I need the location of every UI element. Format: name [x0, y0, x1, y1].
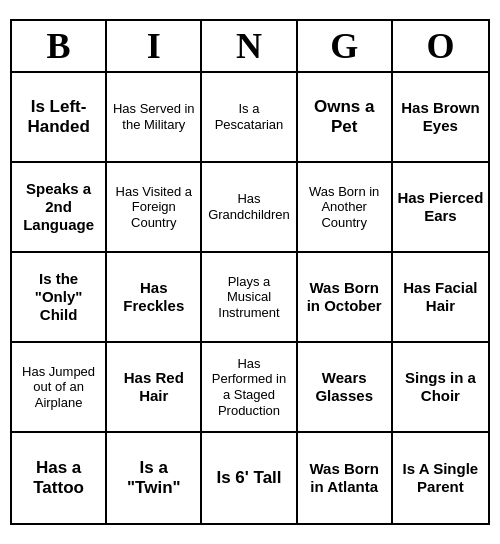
bingo-card: BINGO Is Left-HandedHas Served in the Mi…: [10, 19, 490, 525]
cell-text-21: Is a "Twin": [111, 458, 196, 499]
bingo-cell-1: Has Served in the Military: [107, 73, 202, 163]
bingo-cell-22: Is 6' Tall: [202, 433, 297, 523]
bingo-cell-13: Was Born in October: [298, 253, 393, 343]
bingo-cell-16: Has Red Hair: [107, 343, 202, 433]
cell-text-11: Has Freckles: [111, 279, 196, 315]
bingo-cell-15: Has Jumped out of an Airplane: [12, 343, 107, 433]
bingo-cell-0: Is Left-Handed: [12, 73, 107, 163]
bingo-cell-9: Has Pierced Ears: [393, 163, 488, 253]
bingo-cell-24: Is A Single Parent: [393, 433, 488, 523]
cell-text-24: Is A Single Parent: [397, 460, 484, 496]
bingo-cell-21: Is a "Twin": [107, 433, 202, 523]
cell-text-7: Has Grandchildren: [206, 191, 291, 222]
bingo-cell-20: Has a Tattoo: [12, 433, 107, 523]
bingo-cell-4: Has Brown Eyes: [393, 73, 488, 163]
bingo-cell-6: Has Visited a Foreign Country: [107, 163, 202, 253]
cell-text-8: Was Born in Another Country: [302, 184, 387, 231]
cell-text-5: Speaks a 2nd Language: [16, 180, 101, 234]
bingo-cell-18: Wears Glasses: [298, 343, 393, 433]
cell-text-18: Wears Glasses: [302, 369, 387, 405]
cell-text-19: Sings in a Choir: [397, 369, 484, 405]
bingo-letter-o: O: [393, 21, 488, 71]
bingo-cell-10: Is the "Only" Child: [12, 253, 107, 343]
cell-text-12: Plays a Musical Instrument: [206, 274, 291, 321]
cell-text-16: Has Red Hair: [111, 369, 196, 405]
cell-text-9: Has Pierced Ears: [397, 189, 484, 225]
bingo-cell-8: Was Born in Another Country: [298, 163, 393, 253]
bingo-cell-19: Sings in a Choir: [393, 343, 488, 433]
bingo-cell-17: Has Performed in a Staged Production: [202, 343, 297, 433]
bingo-letter-n: N: [202, 21, 297, 71]
bingo-cell-14: Has Facial Hair: [393, 253, 488, 343]
bingo-cell-2: Is a Pescatarian: [202, 73, 297, 163]
bingo-header: BINGO: [12, 21, 488, 73]
bingo-letter-i: I: [107, 21, 202, 71]
bingo-grid: Is Left-HandedHas Served in the Military…: [12, 73, 488, 523]
bingo-letter-b: B: [12, 21, 107, 71]
cell-text-14: Has Facial Hair: [397, 279, 484, 315]
bingo-cell-5: Speaks a 2nd Language: [12, 163, 107, 253]
cell-text-15: Has Jumped out of an Airplane: [16, 364, 101, 411]
cell-text-6: Has Visited a Foreign Country: [111, 184, 196, 231]
cell-text-17: Has Performed in a Staged Production: [206, 356, 291, 418]
cell-text-4: Has Brown Eyes: [397, 99, 484, 135]
bingo-cell-7: Has Grandchildren: [202, 163, 297, 253]
bingo-cell-12: Plays a Musical Instrument: [202, 253, 297, 343]
cell-text-0: Is Left-Handed: [16, 97, 101, 138]
cell-text-20: Has a Tattoo: [16, 458, 101, 499]
cell-text-13: Was Born in October: [302, 279, 387, 315]
bingo-letter-g: G: [298, 21, 393, 71]
bingo-cell-3: Owns a Pet: [298, 73, 393, 163]
bingo-cell-11: Has Freckles: [107, 253, 202, 343]
cell-text-10: Is the "Only" Child: [16, 270, 101, 324]
bingo-cell-23: Was Born in Atlanta: [298, 433, 393, 523]
cell-text-2: Is a Pescatarian: [206, 101, 291, 132]
cell-text-1: Has Served in the Military: [111, 101, 196, 132]
cell-text-3: Owns a Pet: [302, 97, 387, 138]
cell-text-22: Is 6' Tall: [216, 468, 281, 488]
cell-text-23: Was Born in Atlanta: [302, 460, 387, 496]
